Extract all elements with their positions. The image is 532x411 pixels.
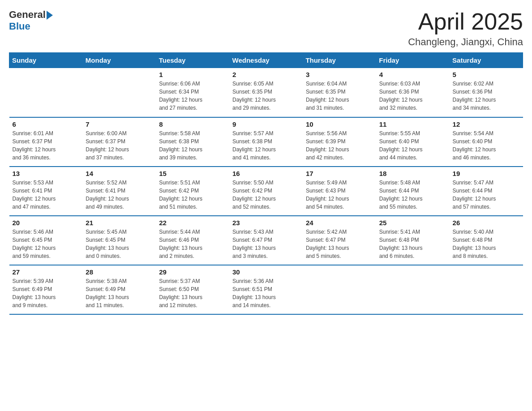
day-number: 26 [453,219,520,227]
day-info: Sunrise: 5:53 AMSunset: 6:41 PMDaylight:… [13,179,80,211]
day-number: 6 [13,120,80,128]
calendar-cell: 2Sunrise: 6:05 AMSunset: 6:35 PMDaylight… [229,68,303,117]
day-info: Sunrise: 6:03 AMSunset: 6:36 PMDaylight:… [379,80,446,112]
day-info: Sunrise: 5:51 AMSunset: 6:42 PMDaylight:… [159,179,226,211]
day-number: 9 [232,120,300,128]
weekday-row: SundayMondayTuesdayWednesdayThursdayFrid… [9,53,523,68]
day-number: 12 [453,120,520,128]
day-info: Sunrise: 6:00 AMSunset: 6:37 PMDaylight:… [86,129,153,162]
day-info: Sunrise: 5:57 AMSunset: 6:38 PMDaylight:… [232,129,300,162]
day-number: 17 [306,170,373,177]
day-number: 21 [86,219,153,227]
calendar-week-row: 27Sunrise: 5:39 AMSunset: 6:49 PMDayligh… [9,265,523,314]
weekday-header-sunday: Sunday [9,53,83,68]
day-number: 14 [86,170,153,177]
day-info: Sunrise: 5:43 AMSunset: 6:47 PMDaylight:… [232,228,300,260]
weekday-header-thursday: Thursday [303,53,376,68]
calendar-cell: 19Sunrise: 5:47 AMSunset: 6:44 PMDayligh… [450,167,523,216]
day-info: Sunrise: 5:40 AMSunset: 6:48 PMDaylight:… [453,228,520,260]
weekday-header-saturday: Saturday [450,53,523,68]
calendar-cell [376,265,450,314]
day-info: Sunrise: 5:41 AMSunset: 6:48 PMDaylight:… [379,228,446,260]
calendar-cell: 28Sunrise: 5:38 AMSunset: 6:49 PMDayligh… [82,265,156,314]
day-number: 15 [159,170,226,177]
day-number: 5 [453,71,520,78]
day-number: 11 [379,120,446,128]
calendar-week-row: 6Sunrise: 6:01 AMSunset: 6:37 PMDaylight… [9,117,523,167]
calendar-cell [82,68,156,117]
calendar-cell: 27Sunrise: 5:39 AMSunset: 6:49 PMDayligh… [9,265,83,314]
day-number: 13 [13,170,80,177]
day-info: Sunrise: 5:45 AMSunset: 6:45 PMDaylight:… [86,228,153,260]
calendar-cell: 3Sunrise: 6:04 AMSunset: 6:35 PMDaylight… [303,68,376,117]
calendar-cell: 16Sunrise: 5:50 AMSunset: 6:42 PMDayligh… [229,167,303,216]
day-number: 7 [86,120,153,128]
calendar-cell: 18Sunrise: 5:48 AMSunset: 6:44 PMDayligh… [376,167,450,216]
calendar-cell: 29Sunrise: 5:37 AMSunset: 6:50 PMDayligh… [156,265,229,314]
calendar-week-row: 20Sunrise: 5:46 AMSunset: 6:45 PMDayligh… [9,216,523,265]
calendar-cell [303,265,376,314]
calendar-cell: 17Sunrise: 5:49 AMSunset: 6:43 PMDayligh… [303,167,376,216]
calendar-cell: 25Sunrise: 5:41 AMSunset: 6:48 PMDayligh… [376,216,450,265]
day-number: 2 [232,71,300,78]
day-info: Sunrise: 5:44 AMSunset: 6:46 PMDaylight:… [159,228,226,260]
calendar-cell: 10Sunrise: 5:56 AMSunset: 6:39 PMDayligh… [303,117,376,167]
day-info: Sunrise: 5:48 AMSunset: 6:44 PMDaylight:… [379,179,446,211]
calendar-cell: 5Sunrise: 6:02 AMSunset: 6:36 PMDaylight… [450,68,523,117]
calendar-cell: 8Sunrise: 5:58 AMSunset: 6:38 PMDaylight… [156,117,229,167]
weekday-header-tuesday: Tuesday [156,53,229,68]
weekday-header-friday: Friday [376,53,450,68]
day-number: 1 [159,71,226,78]
page-header: General Blue April 2025 Changleng, Jiang… [9,9,523,48]
calendar-week-row: 13Sunrise: 5:53 AMSunset: 6:41 PMDayligh… [9,167,523,216]
calendar-cell [9,68,83,117]
day-number: 10 [306,120,373,128]
day-number: 4 [379,71,446,78]
day-info: Sunrise: 5:56 AMSunset: 6:39 PMDaylight:… [306,129,373,162]
day-info: Sunrise: 6:06 AMSunset: 6:34 PMDaylight:… [159,80,226,112]
day-number: 16 [232,170,300,177]
calendar-table: SundayMondayTuesdayWednesdayThursdayFrid… [9,52,523,315]
calendar-cell: 1Sunrise: 6:06 AMSunset: 6:34 PMDaylight… [156,68,229,117]
calendar-cell: 14Sunrise: 5:52 AMSunset: 6:41 PMDayligh… [82,167,156,216]
day-info: Sunrise: 5:38 AMSunset: 6:49 PMDaylight:… [86,277,153,309]
logo-blue: Blue [9,21,53,32]
calendar-header: SundayMondayTuesdayWednesdayThursdayFrid… [9,53,523,68]
day-info: Sunrise: 5:58 AMSunset: 6:38 PMDaylight:… [159,129,226,162]
day-number: 23 [232,219,300,227]
location-title: Changleng, Jiangxi, China [408,36,523,48]
calendar-cell [450,265,523,314]
day-number: 20 [13,219,80,227]
logo-arrow-icon [47,11,53,20]
day-info: Sunrise: 5:49 AMSunset: 6:43 PMDaylight:… [306,179,373,211]
title-block: April 2025 Changleng, Jiangxi, China [408,9,523,48]
calendar-body: 1Sunrise: 6:06 AMSunset: 6:34 PMDaylight… [9,68,523,314]
day-number: 29 [159,268,226,276]
day-number: 8 [159,120,226,128]
day-number: 3 [306,71,373,78]
calendar-cell: 9Sunrise: 5:57 AMSunset: 6:38 PMDaylight… [229,117,303,167]
calendar-cell: 20Sunrise: 5:46 AMSunset: 6:45 PMDayligh… [9,216,83,265]
day-info: Sunrise: 6:02 AMSunset: 6:36 PMDaylight:… [453,80,520,112]
calendar-cell: 30Sunrise: 5:36 AMSunset: 6:51 PMDayligh… [229,265,303,314]
month-title: April 2025 [408,9,523,34]
day-info: Sunrise: 5:54 AMSunset: 6:40 PMDaylight:… [453,129,520,162]
day-info: Sunrise: 5:37 AMSunset: 6:50 PMDaylight:… [159,277,226,309]
calendar-cell: 13Sunrise: 5:53 AMSunset: 6:41 PMDayligh… [9,167,83,216]
weekday-header-wednesday: Wednesday [229,53,303,68]
calendar-cell: 15Sunrise: 5:51 AMSunset: 6:42 PMDayligh… [156,167,229,216]
day-info: Sunrise: 5:47 AMSunset: 6:44 PMDaylight:… [453,179,520,211]
day-info: Sunrise: 5:46 AMSunset: 6:45 PMDaylight:… [13,228,80,260]
calendar-cell: 26Sunrise: 5:40 AMSunset: 6:48 PMDayligh… [450,216,523,265]
day-info: Sunrise: 5:52 AMSunset: 6:41 PMDaylight:… [86,179,153,211]
day-number: 19 [453,170,520,177]
day-info: Sunrise: 6:05 AMSunset: 6:35 PMDaylight:… [232,80,300,112]
day-number: 24 [306,219,373,227]
calendar-cell: 12Sunrise: 5:54 AMSunset: 6:40 PMDayligh… [450,117,523,167]
calendar-cell: 22Sunrise: 5:44 AMSunset: 6:46 PMDayligh… [156,216,229,265]
weekday-header-monday: Monday [82,53,156,68]
calendar-cell: 6Sunrise: 6:01 AMSunset: 6:37 PMDaylight… [9,117,83,167]
day-number: 25 [379,219,446,227]
day-number: 30 [232,268,300,276]
calendar-cell: 7Sunrise: 6:00 AMSunset: 6:37 PMDaylight… [82,117,156,167]
